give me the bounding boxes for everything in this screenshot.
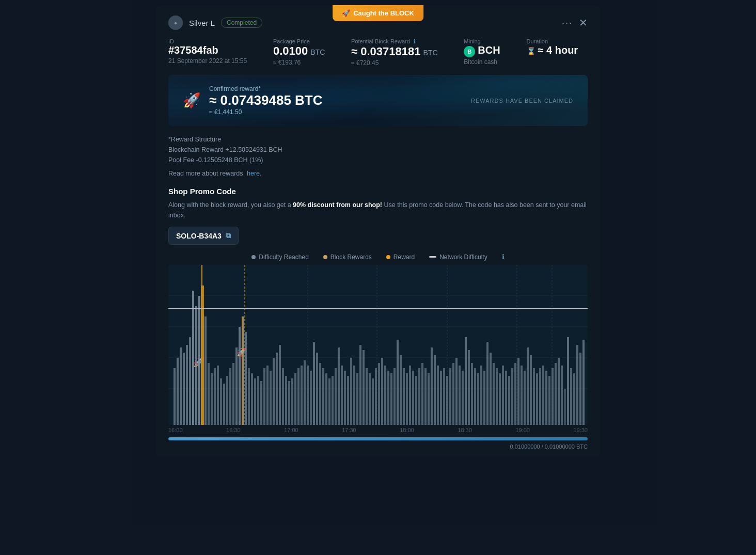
blockchain-reward: Blockchain Reward +12.50524931 BCH [168,146,282,153]
svg-rect-36 [254,378,256,425]
bch-icon: B [464,46,475,57]
svg-rect-64 [338,347,340,425]
svg-rect-108 [468,350,470,425]
read-more-link[interactable]: here [247,170,260,177]
svg-rect-123 [511,368,513,425]
svg-rect-21 [208,363,210,425]
promo-title: Shop Promo Code [168,187,588,196]
confirmed-reward-amount: ≈ 0.07439485 BTC [209,92,323,108]
svg-rect-128 [527,347,529,425]
svg-rect-65 [341,366,343,425]
package-value: 0.0100 BTC [273,44,335,58]
svg-rect-59 [322,368,324,425]
chart-svg: 🚀 🚀 [168,265,588,425]
svg-rect-17 [195,306,197,425]
xaxis-1900: 19:00 [515,427,530,433]
svg-rect-10 [174,368,176,425]
svg-rect-129 [530,355,532,425]
svg-rect-37 [257,376,259,425]
more-options-button[interactable]: ··· [562,18,573,28]
svg-rect-105 [459,366,461,425]
svg-rect-73 [363,350,365,425]
svg-rect-94 [428,373,430,425]
svg-rect-110 [474,368,476,425]
modal: 🚀 Caught the BLOCK ● Silver L Completed … [156,5,600,456]
reward-value: ≈ 0.03718181 BTC [351,45,447,58]
svg-rect-41 [270,371,272,425]
svg-rect-19 [201,286,204,425]
svg-rect-124 [514,363,516,425]
meta-id: ID #37584fab 21 September 2022 at 15:55 [168,38,257,67]
svg-rect-31 [239,327,241,425]
svg-rect-45 [282,368,284,425]
block-rewards-dot [323,255,327,259]
svg-rect-47 [288,381,290,425]
package-sub: ≈ €193.76 [273,59,335,66]
svg-rect-113 [483,371,485,425]
meta-mining: Mining B BCH Bitcoin cash [464,38,510,67]
reward-info-icon[interactable]: ℹ [414,38,416,44]
svg-rect-102 [449,368,451,425]
read-more-text: Read more about rewards [168,170,243,177]
promo-desc: Along with the block reward, you also ge… [168,200,588,220]
network-difficulty-bar [429,256,436,258]
svg-rect-60 [325,373,327,425]
svg-rect-44 [279,345,281,425]
xaxis-1800: 18:00 [400,427,414,433]
svg-rect-93 [424,368,427,425]
legend-info-icon[interactable]: ℹ [502,253,505,261]
confirmed-reward-label: Confirmed reward* [209,85,323,92]
svg-rect-75 [369,373,371,425]
svg-rect-23 [214,368,216,425]
svg-rect-126 [521,366,523,425]
promo-code-box[interactable]: SOLO-B34A3 ⧉ [168,227,239,245]
xaxis-1830: 18:30 [458,427,472,433]
svg-rect-79 [381,358,383,425]
svg-rect-143 [570,368,572,425]
svg-rect-134 [545,371,547,425]
svg-rect-57 [316,353,318,425]
progress-label: 0.01000000 / 0.01000000 BTC [168,443,588,450]
svg-rect-78 [378,363,380,425]
avatar: ● [168,15,183,30]
svg-rect-11 [177,358,179,425]
svg-rect-133 [542,366,544,425]
svg-rect-107 [465,337,467,425]
svg-rect-99 [440,371,442,425]
username: Silver L [189,19,215,27]
svg-rect-116 [490,353,492,425]
meta-duration: Duration ⌛ ≈ 4 hour [527,38,588,67]
rocket-small-icon: 🚀 [342,9,350,17]
svg-rect-88 [409,366,411,425]
svg-rect-56 [313,342,315,425]
reward-text: Confirmed reward* ≈ 0.07439485 BTC ≈ €1,… [209,85,323,116]
svg-rect-136 [548,376,550,425]
svg-rect-18 [198,296,200,425]
close-button[interactable]: ✕ [579,18,588,28]
reward-label: Potential Block Reward ℹ [351,38,447,45]
svg-rect-15 [189,337,191,425]
modal-meta: ID #37584fab 21 September 2022 at 15:55 … [156,30,600,67]
svg-rect-49 [294,373,296,425]
block-rewards-label: Block Rewards [330,253,372,261]
svg-rect-145 [576,345,578,425]
xaxis-1600: 16:00 [168,427,183,433]
svg-rect-117 [493,363,495,425]
svg-rect-66 [344,371,346,425]
chart-container: 🚀 🚀 [168,265,588,425]
svg-rect-62 [332,376,334,425]
svg-rect-13 [183,353,185,425]
svg-rect-43 [276,353,278,425]
svg-rect-25 [220,378,222,425]
svg-rect-100 [443,368,445,425]
promo-section: Shop Promo Code Along with the block rew… [156,179,600,245]
legend-block-rewards: Block Rewards [323,253,372,261]
svg-rect-20 [204,316,207,425]
svg-rect-140 [561,366,563,425]
svg-rect-92 [421,363,423,425]
svg-rect-30 [235,347,238,425]
reward-structure: *Reward Structure Blockchain Reward +12.… [156,126,600,179]
svg-rect-35 [251,373,253,425]
svg-rect-33 [245,332,247,425]
svg-rect-39 [263,368,265,425]
